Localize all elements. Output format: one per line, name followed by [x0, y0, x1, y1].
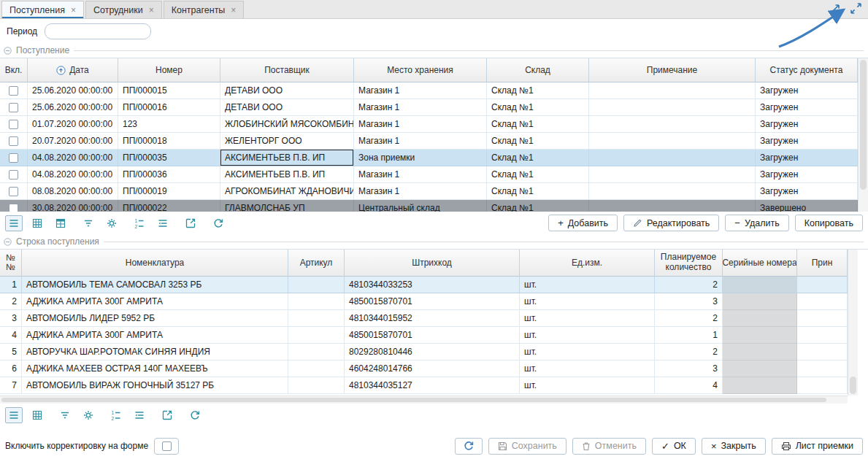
- cell-barcode[interactable]: 8029280810446: [345, 344, 520, 360]
- cell-supplier[interactable]: ГЛАВМОЛСНАБ УП: [220, 200, 354, 212]
- cell-warehouse[interactable]: Склад №1: [487, 116, 589, 133]
- cell-unit[interactable]: шт.: [520, 377, 655, 394]
- tab-receipts[interactable]: Поступления ×: [1, 1, 84, 18]
- layout-list-icon[interactable]: [5, 407, 23, 423]
- cell-num[interactable]: 4: [0, 327, 22, 344]
- ok-button[interactable]: ✓ ОК: [652, 438, 696, 455]
- line-row[interactable]: 4 АДЖИКА АМРИТА 300Г АМРИТА 485001587070…: [0, 327, 848, 344]
- cell-date[interactable]: 01.07.2020 00:00:00: [28, 116, 118, 133]
- cell-number[interactable]: ПП/000036: [118, 166, 220, 183]
- cell-name[interactable]: АВТОРУЧКА ШАР.РОТОМАК СИНЯЯ ИНДИЯ: [22, 344, 288, 360]
- tab-employees[interactable]: Сотрудники ×: [85, 1, 162, 18]
- cell-supplier[interactable]: АКСИМЕНТЬЕВ П.В. ИП: [220, 150, 354, 166]
- cell-qty[interactable]: 3: [655, 360, 723, 377]
- cell-serial[interactable]: [723, 344, 797, 360]
- column-header-warehouse[interactable]: Склад: [487, 58, 589, 82]
- cell-note[interactable]: [589, 150, 756, 166]
- cell-number[interactable]: ПП/000015: [118, 82, 220, 99]
- cell-barcode[interactable]: 4604248014766: [345, 360, 520, 377]
- tab-contractors[interactable]: Контрагенты ×: [164, 1, 245, 18]
- expand-icon[interactable]: [829, 3, 841, 14]
- cell-warehouse[interactable]: Склад №1: [487, 183, 589, 200]
- cell-status[interactable]: Завершено: [756, 200, 858, 212]
- cell-num[interactable]: 2: [0, 293, 22, 310]
- cell-barcode[interactable]: 4810344015952: [345, 310, 520, 327]
- cell-barcode[interactable]: 4810344033253: [345, 277, 520, 293]
- cell-num[interactable]: 6: [0, 360, 22, 377]
- cell-storage[interactable]: Магазин 1: [354, 99, 487, 116]
- cell-date[interactable]: 25.06.2020 00:00:00: [28, 99, 118, 116]
- cell-article[interactable]: [288, 293, 345, 310]
- cell-name[interactable]: АВТОМОБИЛЬ ТЕМА САМОСВАЛ 3253 РБ: [22, 277, 288, 293]
- close-icon[interactable]: ×: [231, 6, 236, 15]
- scrollbar-thumb[interactable]: [860, 60, 867, 190]
- row-checkbox[interactable]: [9, 204, 18, 212]
- cell-warehouse[interactable]: Склад №1: [487, 133, 589, 150]
- export-icon[interactable]: [182, 215, 199, 231]
- scrollbar-thumb[interactable]: [1, 398, 826, 402]
- cell-status[interactable]: Загружен: [756, 183, 858, 200]
- column-header-name[interactable]: Номенклатура: [22, 250, 288, 277]
- cell-unit[interactable]: шт.: [520, 310, 655, 327]
- column-header-accepted[interactable]: Прин: [797, 250, 848, 277]
- close-button[interactable]: × Закрыть: [702, 438, 766, 455]
- cell-qty[interactable]: 1: [655, 327, 723, 344]
- receipt-row[interactable]: 04.08.2020 00:00:00 ПП/000036 АКСИМЕНТЬЕ…: [0, 166, 858, 183]
- cell-status[interactable]: Загружен: [756, 82, 858, 99]
- cell-article[interactable]: [288, 360, 345, 377]
- receipt-row[interactable]: 20.07.2020 00:00:00 ПП/000018 ЖЕЛЕНТОРГ …: [0, 133, 858, 150]
- cell-num[interactable]: 1: [0, 277, 22, 293]
- cell-date[interactable]: 25.06.2020 00:00:00: [28, 82, 118, 99]
- row-select-cell[interactable]: [0, 99, 28, 116]
- cell-date[interactable]: 08.08.2020 00:00:00: [28, 183, 118, 200]
- period-input[interactable]: [45, 23, 151, 39]
- checkbox[interactable]: [162, 441, 172, 451]
- row-select-cell[interactable]: [0, 133, 28, 150]
- column-header-status[interactable]: Статус документа: [756, 58, 858, 82]
- cell-status[interactable]: Загружен: [756, 99, 858, 116]
- receipt-row[interactable]: 25.06.2020 00:00:00 ПП/000015 ДЕТАВИ ООО…: [0, 82, 858, 99]
- cell-number[interactable]: ПП/000019: [118, 183, 220, 200]
- row-select-cell[interactable]: [0, 82, 28, 99]
- row-checkbox[interactable]: [9, 86, 18, 96]
- numbered-list-icon[interactable]: 12: [107, 407, 125, 423]
- cell-number[interactable]: ПП/000035: [118, 150, 220, 166]
- row-checkbox[interactable]: [9, 136, 18, 146]
- cell-warehouse[interactable]: Склад №1: [487, 166, 589, 183]
- cell-qty[interactable]: 3: [655, 293, 723, 310]
- row-select-cell[interactable]: [0, 166, 28, 183]
- cell-warehouse[interactable]: Склад №1: [487, 150, 589, 166]
- cell-barcode[interactable]: 4850015870701: [345, 293, 520, 310]
- cell-date[interactable]: 30.08.2020 00:00:00: [28, 200, 118, 212]
- cell-accepted[interactable]: [797, 327, 848, 344]
- cell-storage[interactable]: Магазин 1: [354, 82, 487, 99]
- cell-num[interactable]: 3: [0, 310, 22, 327]
- cell-serial[interactable]: [723, 360, 797, 377]
- cell-name[interactable]: АДЖИКА АМРИТА 300Г АМРИТА: [22, 327, 288, 344]
- cell-warehouse[interactable]: Склад №1: [487, 99, 589, 116]
- column-header-number[interactable]: Номер: [118, 58, 220, 82]
- cell-status[interactable]: Загружен: [756, 166, 858, 183]
- filter-icon[interactable]: [56, 407, 74, 423]
- cell-article[interactable]: [288, 377, 345, 394]
- cell-name[interactable]: АВТОМОБИЛЬ ВИРАЖ ГОНОЧНЫЙ 35127 РБ: [22, 377, 288, 394]
- form-adjust-checkbox[interactable]: [154, 438, 179, 455]
- vertical-scrollbar[interactable]: [858, 58, 868, 212]
- horizontal-scrollbar[interactable]: [0, 396, 848, 404]
- cell-name[interactable]: АДЖИКА МАХЕЕВ ОСТРАЯ 140Г МАХЕЕВЪ: [22, 360, 288, 377]
- acceptance-sheet-button[interactable]: Лист приемки: [772, 438, 863, 455]
- row-select-cell[interactable]: [0, 183, 28, 200]
- restore-icon[interactable]: [850, 3, 862, 14]
- receipt-row[interactable]: 01.07.2020 00:00:00 123 ЖЛОБИНСКИЙ МЯСОК…: [0, 116, 858, 133]
- cell-article[interactable]: [288, 277, 345, 293]
- cell-barcode[interactable]: 4810344035127: [345, 377, 520, 394]
- close-icon[interactable]: ×: [149, 6, 154, 15]
- collapse-icon[interactable]: [4, 238, 12, 246]
- cell-warehouse[interactable]: Склад №1: [487, 200, 589, 212]
- receipt-row[interactable]: 25.06.2020 00:00:00 ПП/000016 ДЕТАВИ ООО…: [0, 99, 858, 116]
- column-header-qty[interactable]: Планируемое количество: [655, 250, 723, 277]
- line-row[interactable]: 5 АВТОРУЧКА ШАР.РОТОМАК СИНЯЯ ИНДИЯ 8029…: [0, 344, 848, 360]
- cell-number[interactable]: ПП/000022: [118, 200, 220, 212]
- cell-num[interactable]: 5: [0, 344, 22, 360]
- row-select-cell[interactable]: [0, 116, 28, 133]
